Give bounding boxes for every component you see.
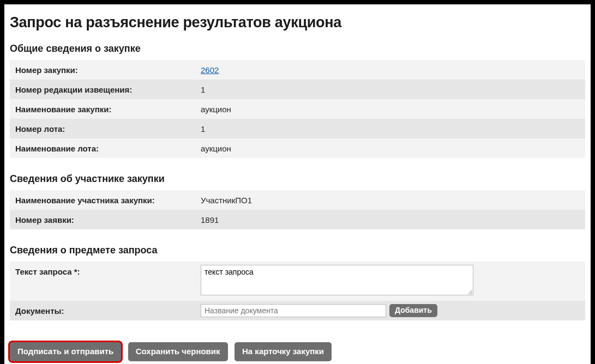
- document-name-input[interactable]: [201, 304, 386, 317]
- purchase-name-value: аукцион: [195, 99, 585, 119]
- purchase-number-link[interactable]: 2602: [201, 65, 219, 75]
- participant-info-table: Наименование участника закупки: Участник…: [10, 190, 585, 229]
- table-row: Номер заявки: 1891: [10, 210, 585, 229]
- application-number-value: 1891: [195, 210, 585, 229]
- request-text-label: Текст запроса *:: [15, 265, 201, 276]
- table-row: Наименование закупки: аукцион: [10, 99, 585, 119]
- to-purchase-card-button[interactable]: На карточку закупки: [235, 342, 332, 361]
- sign-and-send-button[interactable]: Подписать и отправить: [10, 342, 121, 361]
- participant-name-value: УчастникПО1: [195, 190, 585, 210]
- add-document-button[interactable]: Добавить: [389, 304, 437, 317]
- action-buttons-row: Подписать и отправить Сохранить черновик…: [10, 342, 585, 361]
- lot-number-value: 1: [195, 119, 585, 138]
- section-general-info: Общие сведения о закупке Номер закупки: …: [10, 43, 585, 158]
- section-subject: Сведения о предмете запроса Текст запрос…: [10, 245, 585, 320]
- notice-revision-label: Номер редакции извещения:: [10, 80, 195, 99]
- documents-row: Документы: Добавить: [10, 301, 585, 320]
- participant-name-label: Наименование участника закупки:: [10, 190, 195, 210]
- section-subject-title: Сведения о предмете запроса: [10, 245, 585, 256]
- table-row: Номер закупки: 2602: [10, 60, 585, 80]
- lot-name-label: Наименование лота:: [10, 138, 195, 158]
- table-row: Номер редакции извещения: 1: [10, 80, 585, 99]
- section-participant-title: Сведения об участнике закупки: [10, 173, 585, 185]
- purchase-name-label: Наименование закупки:: [10, 99, 195, 119]
- request-text-input[interactable]: [201, 265, 473, 295]
- notice-revision-value: 1: [195, 80, 585, 99]
- table-row: Номер лота: 1: [10, 119, 585, 138]
- application-number-label: Номер заявки:: [10, 210, 195, 229]
- purchase-number-label: Номер закупки:: [10, 60, 195, 80]
- general-info-table: Номер закупки: 2602 Номер редакции извещ…: [10, 60, 585, 158]
- section-general-title: Общие сведения о закупке: [10, 43, 585, 54]
- page-title: Запрос на разъяснение результатов аукцио…: [10, 14, 585, 31]
- table-row: Наименование участника закупки: Участник…: [10, 190, 585, 210]
- request-text-row: Текст запроса *:: [10, 262, 585, 301]
- section-participant-info: Сведения об участнике закупки Наименован…: [10, 173, 585, 229]
- save-draft-button[interactable]: Сохранить черновик: [128, 342, 228, 361]
- table-row: Наименование лота: аукцион: [10, 138, 585, 158]
- documents-label: Документы:: [15, 304, 201, 316]
- lot-number-label: Номер лота:: [10, 119, 195, 138]
- lot-name-value: аукцион: [195, 138, 585, 158]
